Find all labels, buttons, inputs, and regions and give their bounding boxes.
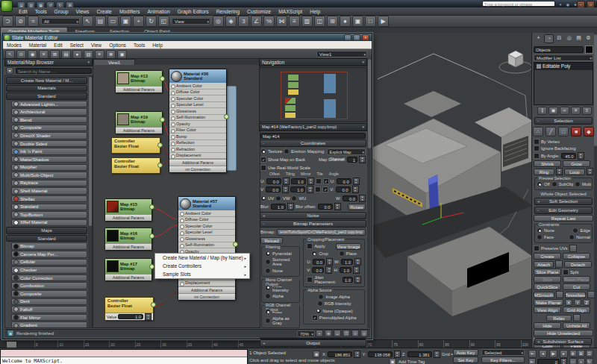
slate-node-view[interactable]: View1 Map #13Bitmap Addit — [93, 58, 260, 328]
crop-w-field[interactable]: 1.0 — [341, 259, 353, 265]
snap-toggle-icon[interactable]: 3 — [238, 16, 249, 27]
menu-item[interactable]: Rendering — [213, 9, 243, 14]
perspective-viewport[interactable] — [363, 33, 534, 339]
controller1-output-socket[interactable] — [157, 142, 163, 148]
crop-radio[interactable]: Crop — [311, 251, 328, 257]
controller2-output-socket[interactable] — [157, 163, 163, 168]
utilities-tab-icon[interactable]: ⚙ — [584, 34, 593, 42]
by-vertex-checkbox[interactable]: By Vertex — [534, 139, 560, 145]
assign-material-icon[interactable]: ◉ — [28, 50, 37, 59]
browser-row[interactable]: Ink 'n Paint — [11, 148, 87, 155]
slate-select-tool-icon[interactable]: ↖ — [5, 50, 15, 59]
show-end-result-icon[interactable]: ▣ — [548, 107, 558, 115]
material-slot[interactable]: Glossiness — [169, 108, 226, 115]
menu-create-new-material[interactable]: Create New Material / Map (by Name) — [155, 254, 249, 262]
browser-row[interactable]: Top/Bottom — [11, 211, 87, 219]
msmooth-settings-button[interactable] — [556, 291, 563, 298]
controller3-output-socket[interactable] — [151, 302, 156, 307]
u-offset-spinner[interactable] — [283, 178, 290, 185]
alpha-as-gray-radio[interactable]: Alpha as Gray — [265, 316, 296, 325]
material-slot[interactable]: Specular Level — [178, 230, 235, 236]
select-object-icon[interactable]: ↖ — [82, 16, 93, 27]
menu-item[interactable]: Tools — [31, 9, 51, 14]
configure-modifier-sets-icon[interactable]: ≡ — [582, 107, 592, 115]
blur-offset-field[interactable]: 0.0 — [318, 204, 333, 210]
menu-item[interactable]: MAXScript — [275, 9, 306, 14]
browser-row[interactable]: Architectural — [11, 108, 87, 116]
search-scope-icon[interactable]: ▾ — [557, 1, 563, 7]
select-and-rotate-icon[interactable]: ↻ — [146, 16, 157, 27]
slate-zoom-extents-icon[interactable]: ⊡ — [343, 330, 350, 337]
z-coordinate-field[interactable]: 1.381 — [407, 351, 432, 357]
w-angle-field[interactable]: 0.0 — [343, 195, 357, 201]
v-offset-field[interactable]: 0.0 — [266, 186, 281, 192]
crop-u-field[interactable]: 0.0 — [313, 259, 325, 265]
menu-item[interactable]: Animation — [143, 9, 173, 14]
orbit-icon[interactable]: ↻ — [586, 358, 593, 364]
object-name-field[interactable]: Objects — [534, 46, 584, 53]
by-angle-checkbox[interactable]: By Angle: — [534, 153, 560, 159]
rollout-soft-selection[interactable]: Soft Selection — [534, 198, 593, 205]
split-checkbox[interactable]: Split — [563, 269, 578, 275]
browser-search-input[interactable]: Search by Name ... — [16, 68, 92, 74]
hide-unselected-button[interactable]: Hide Unselected — [534, 330, 593, 336]
crop-u-spinner[interactable] — [326, 258, 333, 266]
controller-value-field[interactable]: 1.0 — [118, 314, 143, 319]
show-shaded-material-icon[interactable]: ● — [72, 50, 82, 59]
select-and-move-icon[interactable]: + — [133, 16, 144, 27]
move-children-icon[interactable]: ⊞ — [50, 50, 60, 59]
menu-item[interactable]: Graph Editors — [174, 9, 213, 14]
add-time-tag[interactable]: Add Time Tag — [398, 360, 425, 364]
constraint-face-radio[interactable]: Face — [537, 234, 554, 240]
v-tiling-spinner[interactable] — [307, 186, 313, 193]
blur-offset-spinner[interactable] — [334, 203, 341, 210]
vertex-mode-icon[interactable]: ∴ — [533, 127, 543, 136]
slate-menu-item[interactable]: Edit — [50, 43, 66, 48]
browser-row[interactable]: XRef Material — [11, 219, 87, 227]
modifier-list-dropdown[interactable]: Modifier List — [534, 54, 593, 61]
selection-set-dropdown[interactable]: Selected — [481, 349, 525, 356]
ignore-backfacing-checkbox[interactable]: Ignore Backfacing — [534, 145, 575, 151]
edge-mode-icon[interactable]: ╱ — [546, 127, 556, 136]
rollout-edit-geometry[interactable]: Edit Geometry — [534, 207, 593, 214]
preview-off-radio[interactable]: Off — [537, 181, 550, 187]
select-and-scale-icon[interactable]: ◱ — [158, 16, 169, 27]
alpha-rgb-intensity-radio[interactable]: RGB Intensity — [317, 301, 351, 307]
rendered-frame-icon[interactable]: □ — [365, 16, 376, 27]
object-color-swatch[interactable] — [585, 46, 593, 54]
browser-row[interactable]: Color Correction — [11, 274, 87, 282]
select-and-link-icon[interactable]: ⊃ — [2, 16, 13, 27]
use-real-world-scale-checkbox[interactable]: Use Real-World Scale — [260, 165, 310, 171]
slate-zoom-icon[interactable]: ⊕ — [325, 330, 332, 337]
browser-row[interactable]: Bitmap — [11, 242, 87, 250]
grow-button[interactable]: Grow — [563, 160, 590, 167]
jitter-spinner[interactable] — [354, 276, 361, 283]
percent-snap-icon[interactable]: % — [263, 16, 275, 27]
reload-button[interactable]: Reload — [260, 237, 283, 244]
uv-radio[interactable]: UV — [260, 195, 274, 201]
rollout-noise[interactable]: Noise — [260, 212, 366, 219]
auto-key-button[interactable]: Auto Key — [453, 349, 478, 356]
y-coordinate-field[interactable]: 138.058 — [368, 351, 393, 357]
transform-lock-icon[interactable]: ◉ — [313, 351, 320, 358]
v-angle-field[interactable]: 0.0 — [336, 186, 351, 192]
frame-spinner[interactable] — [560, 358, 567, 364]
material-slot[interactable]: Specular Level — [169, 102, 226, 109]
polygon-mode-icon[interactable]: ■ — [571, 127, 581, 136]
navigation-minimap[interactable] — [259, 67, 367, 122]
slate-close-button[interactable]: ✕ — [362, 34, 369, 41]
bind-to-space-warp-icon[interactable]: ≈ — [28, 16, 39, 27]
layout-children-icon[interactable]: ≣ — [106, 50, 116, 59]
selection-filter-dropdown[interactable]: All — [41, 18, 80, 25]
map15-additional-params[interactable]: Additional Params — [105, 214, 151, 221]
make-planar-button[interactable]: Make Planar — [534, 299, 563, 306]
browser-scrollbar[interactable] — [88, 76, 92, 327]
macro-recorder-row[interactable] — [1, 350, 247, 357]
node-material36[interactable]: Material #36Standard Ambient ColorDiffus… — [169, 69, 227, 173]
map19-additional-params[interactable]: Additional Params — [116, 127, 162, 134]
material-slot[interactable]: Bump — [169, 134, 226, 140]
slate-menu-item[interactable]: Options — [105, 43, 130, 48]
menu-item[interactable]: Modifiers — [116, 9, 144, 14]
browser-row[interactable]: Maps — [6, 227, 87, 234]
by-angle-spinner[interactable] — [578, 152, 584, 160]
